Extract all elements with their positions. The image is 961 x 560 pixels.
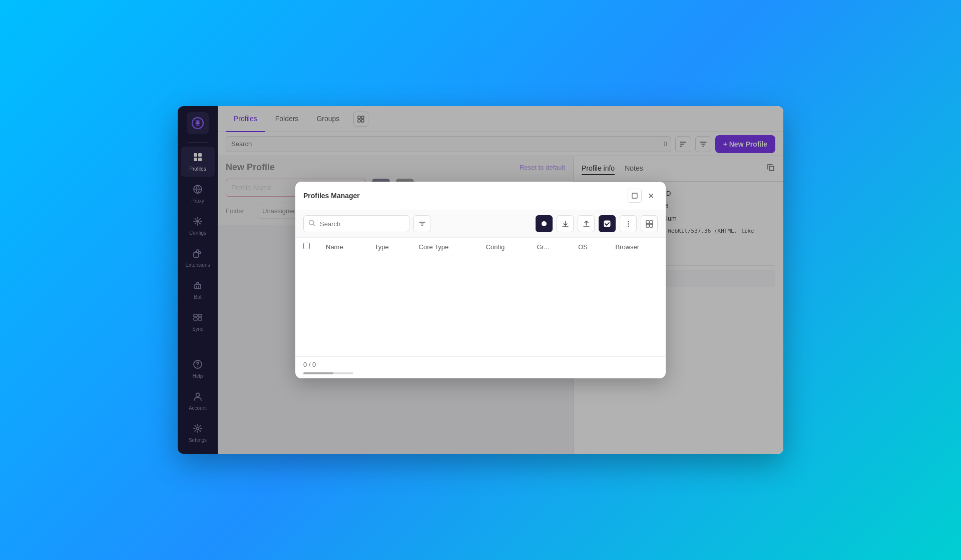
- modal-close-button[interactable]: ✕: [644, 189, 658, 203]
- modal-table: Name Type Core Type Config Gr... OS Brow…: [295, 238, 666, 356]
- modal-header: Profiles Manager ✕: [295, 182, 666, 210]
- col-group[interactable]: Gr...: [529, 238, 570, 256]
- table-empty-cell: [295, 256, 318, 356]
- scrollbar[interactable]: [303, 372, 353, 374]
- col-type[interactable]: Type: [367, 238, 411, 256]
- modal-search-input[interactable]: [303, 215, 409, 232]
- col-config[interactable]: Config: [478, 238, 529, 256]
- scrollbar-thumb: [303, 372, 333, 374]
- modal-overlay[interactable]: Profiles Manager ✕: [178, 106, 783, 454]
- svg-point-33: [542, 221, 547, 226]
- modal-footer: 0 / 0: [295, 356, 666, 378]
- col-os[interactable]: OS: [570, 238, 607, 256]
- svg-rect-41: [650, 221, 653, 224]
- table-empty-row: [295, 256, 666, 357]
- modal-search-icon: [308, 220, 315, 228]
- modal-layout-button[interactable]: [641, 215, 658, 232]
- svg-rect-40: [646, 221, 649, 224]
- modal-title: Profiles Manager: [303, 192, 624, 200]
- modal-record-button[interactable]: [536, 215, 553, 232]
- modal-more-button[interactable]: [620, 215, 637, 232]
- col-name[interactable]: Name: [318, 238, 367, 256]
- svg-rect-30: [632, 193, 637, 198]
- table-body: [295, 256, 666, 357]
- modal-toolbar: [295, 210, 666, 238]
- svg-point-38: [628, 223, 629, 224]
- app-window: Profiles Proxy Configs: [178, 106, 783, 454]
- col-browser[interactable]: Browser: [607, 238, 666, 256]
- modal-count: 0 / 0: [303, 361, 353, 368]
- modal-maximize-button[interactable]: [628, 189, 642, 203]
- profiles-manager-modal: Profiles Manager ✕: [295, 182, 666, 378]
- modal-filter-button[interactable]: [413, 215, 430, 232]
- svg-point-39: [628, 225, 629, 226]
- modal-search-wrapper: [303, 215, 409, 232]
- svg-point-37: [628, 221, 629, 222]
- svg-rect-42: [646, 224, 649, 227]
- svg-line-32: [313, 224, 315, 226]
- modal-download-button[interactable]: [557, 215, 574, 232]
- profiles-table: Name Type Core Type Config Gr... OS Brow…: [295, 238, 666, 356]
- select-all-checkbox[interactable]: [303, 243, 310, 249]
- col-checkbox: [295, 238, 318, 256]
- modal-checkbox-button[interactable]: [599, 215, 616, 232]
- modal-upload-button[interactable]: [578, 215, 595, 232]
- modal-footer-content: 0 / 0: [303, 361, 353, 374]
- col-core-type[interactable]: Core Type: [411, 238, 478, 256]
- svg-rect-43: [650, 224, 653, 227]
- table-header-row: Name Type Core Type Config Gr... OS Brow…: [295, 238, 666, 256]
